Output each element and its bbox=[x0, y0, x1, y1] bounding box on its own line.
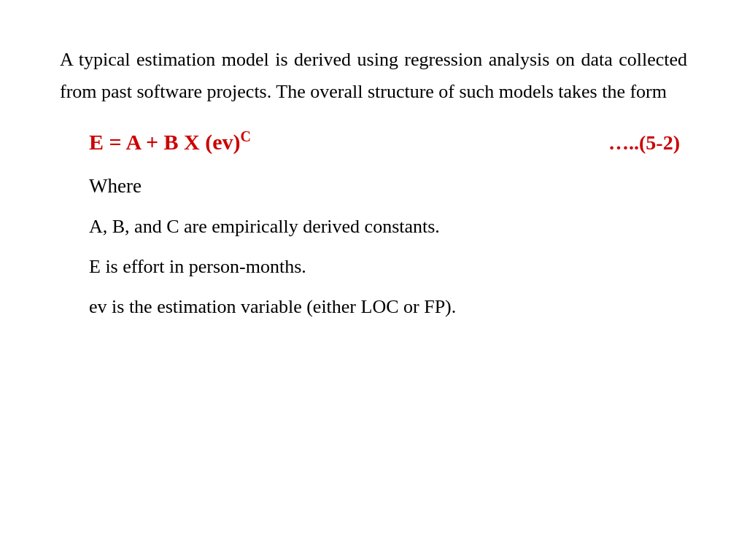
intro-paragraph: A typical estimation model is derived us… bbox=[60, 44, 687, 108]
definition-e: E is effort in person-months. bbox=[89, 252, 687, 281]
equation-superscript: C bbox=[241, 128, 251, 144]
main-content: A typical estimation model is derived us… bbox=[45, 0, 702, 334]
equation-left-text: E = A + B X (ev) bbox=[89, 130, 241, 154]
definition-abc: A, B, and C are empirically derived cons… bbox=[89, 212, 687, 241]
equation-line: E = A + B X (ev)C …..(5-2) bbox=[60, 128, 687, 155]
where-label: Where bbox=[89, 175, 687, 198]
where-block: Where A, B, and C are empirically derive… bbox=[60, 175, 687, 321]
equation-left: E = A + B X (ev)C bbox=[89, 128, 251, 155]
equation-reference: …..(5-2) bbox=[608, 131, 680, 155]
definition-ev: ev is the estimation variable (either LO… bbox=[89, 292, 687, 321]
